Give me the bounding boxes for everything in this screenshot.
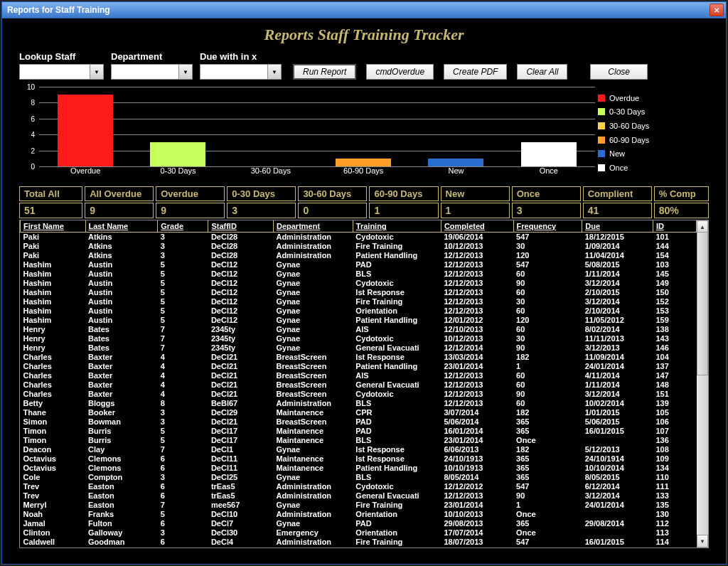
column-header[interactable]: ID <box>653 220 696 233</box>
table-row[interactable]: HashimAustin5DeCl12GynaeBLS12/12/2013601… <box>21 269 697 279</box>
table-row[interactable]: HashimAustin5DeCl12GynaePAD12/12/2013547… <box>21 260 697 269</box>
column-header[interactable]: Department <box>273 220 353 233</box>
table-cell: 60 <box>513 306 582 316</box>
table-row[interactable]: JamalFulton6DeCl7GynaePAD29/08/201336529… <box>21 519 697 528</box>
clear-all-button[interactable]: Clear All <box>517 64 567 80</box>
table-row[interactable]: PakiAtkins3DeCl28AdministrationPatient H… <box>21 251 697 260</box>
due-within-input[interactable] <box>200 64 268 80</box>
table-cell: Administration <box>273 251 353 260</box>
summary-header: Total All <box>19 186 82 201</box>
chevron-down-icon[interactable]: ▼ <box>179 64 193 80</box>
summary-header: New <box>441 186 510 201</box>
table-cell: 365 <box>513 417 582 427</box>
table-cell: 5 <box>158 510 208 519</box>
lookup-staff-input[interactable] <box>19 64 90 80</box>
table-row[interactable]: OctaviusClemons6DeCl11MaintanenceIst Res… <box>21 454 697 464</box>
table-cell: 153 <box>653 306 696 316</box>
table-row[interactable]: CaldwellGoodman6DeCl4AdministrationFire … <box>21 538 697 547</box>
scroll-down-icon[interactable]: ▼ <box>697 535 708 548</box>
department-combo[interactable]: ▼ <box>111 64 193 80</box>
table-row[interactable]: HenryBates72345tyGynaeGeneral Evacuati12… <box>21 343 697 353</box>
table-cell: 60 <box>513 399 582 408</box>
table-row[interactable]: CharlesBaxter4DeCl21BreastScreenPatient … <box>21 362 697 371</box>
column-header[interactable]: Frequency <box>513 220 582 233</box>
table-row[interactable]: TrevEaston6trEas5AdministrationCydotoxic… <box>21 482 697 491</box>
table-cell: 3/12/2014 <box>582 491 653 501</box>
table-row[interactable]: CharlesBaxter4DeCl21BreastScreenCydotoxi… <box>21 390 697 399</box>
table-row[interactable]: DeaconClay7DeCl1GynaeIst Response6/06/20… <box>21 445 697 454</box>
summary-header: 0-30 Days <box>227 186 296 201</box>
table-row[interactable]: HashimAustin5DeCl12GynaeOrientation12/12… <box>21 306 697 316</box>
table-row[interactable]: HenryBates72345tyGynaeCydotoxic10/12/201… <box>21 334 697 343</box>
table-cell: 12/12/2013 <box>441 380 513 390</box>
table-cell: Orientation <box>353 528 441 538</box>
table-cell: 4 <box>158 371 208 380</box>
table-row[interactable]: HashimAustin5DeCl12GynaeFire Training12/… <box>21 297 697 306</box>
table-row[interactable]: CharlesBaxter4DeCl21BreastScreenAlS12/12… <box>21 371 697 380</box>
table-cell: 20/06/2013 <box>441 547 513 548</box>
column-header[interactable]: Last Name <box>85 220 158 233</box>
table-cell: DeCl17 <box>208 436 274 445</box>
table-row[interactable]: ColeCompton3DeCl25GynaeBLS8/05/20143658/… <box>21 473 697 482</box>
table-row[interactable]: ThaneBooker3DeCl29MaintanenceCPR3/07/201… <box>21 408 697 417</box>
column-header[interactable]: StaffID <box>208 220 274 233</box>
table-row[interactable]: CharlesBaxter4DeCl21BreastScreenGeneral … <box>21 380 697 390</box>
table-cell: 365 <box>513 427 582 436</box>
table-cell: 11/04/2014 <box>582 251 653 260</box>
column-header[interactable]: Due <box>582 220 653 233</box>
table-cell: Patient Handling <box>353 362 441 371</box>
due-within-combo[interactable]: ▼ <box>200 64 282 80</box>
table-row[interactable]: HashimAustin5DeCl12GynaePatient Handling… <box>21 316 697 325</box>
chevron-down-icon[interactable]: ▼ <box>268 64 282 80</box>
table-row[interactable]: CharlesBaxter4DeCl21BreastScreenIst Resp… <box>21 353 697 362</box>
table-row[interactable]: PakiAtkins3DeCl28AdministrationCydotoxic… <box>21 233 697 242</box>
column-header[interactable]: Completed <box>441 220 513 233</box>
table-cell: Cole <box>21 473 86 482</box>
close-icon[interactable]: ✕ <box>710 4 724 16</box>
table-row[interactable]: NoahFranks5DeCl10AdministrationOrientati… <box>21 510 697 519</box>
legend-swatch <box>598 122 605 129</box>
table-cell: 3 <box>158 528 208 538</box>
table-row[interactable]: HashimAustin5DeCl12GynaeIst Response12/1… <box>21 288 697 297</box>
table-row[interactable]: SimonBowman3DeCl21BreastScreenPAD5/06/20… <box>21 417 697 427</box>
table-row[interactable]: TimonBurris5DeCl17MaintanencePAD16/01/20… <box>21 427 697 436</box>
table-cell: BreastScreen <box>273 353 353 362</box>
create-pdf-button[interactable]: Create PDF <box>444 64 507 80</box>
table-row[interactable]: HenryBates72345tyGynaeAlS12/10/2013608/0… <box>21 325 697 334</box>
column-header[interactable]: First Name <box>21 220 86 233</box>
table-cell: mee567 <box>208 501 274 510</box>
table-row[interactable]: ClintonGalloway3DeCl30EmergencyOrientati… <box>21 528 697 538</box>
vertical-scrollbar[interactable]: ▲ ▼ <box>697 220 708 548</box>
table-cell: Bates <box>85 334 158 343</box>
table-cell: General Evacuati <box>353 491 441 501</box>
close-button[interactable]: Close <box>590 64 648 80</box>
chevron-down-icon[interactable]: ▼ <box>90 64 104 80</box>
table-row[interactable]: OctaviusClemons6DeCl11MaintanencePatient… <box>21 464 697 473</box>
column-header[interactable]: Training <box>353 220 441 233</box>
table-row[interactable]: BettyBloggs8BeBl67AdministrationBLS12/12… <box>21 399 697 408</box>
table-cell: Bowman <box>85 417 158 427</box>
table-cell: 10/12/2013 <box>441 334 513 343</box>
table-cell: Administration <box>273 482 353 491</box>
table-cell: BreastScreen <box>273 380 353 390</box>
table-row[interactable]: TimonBurris5DeCl17MaintanenceBLS23/01/20… <box>21 436 697 445</box>
table-cell: trEas5 <box>208 482 274 491</box>
table-row[interactable]: HashimAustin5DeCl12GynaeCydotoxic12/12/2… <box>21 279 697 288</box>
legend-item: Overdue <box>598 94 690 102</box>
lookup-staff-combo[interactable]: ▼ <box>19 64 104 80</box>
results-table: First NameLast NameGradeStaffIDDepartmen… <box>19 220 709 548</box>
summary-value: 0 <box>298 203 367 218</box>
table-row[interactable]: GiacomoGuzman5DeCl2OutpatientsGeneral Ev… <box>21 547 697 548</box>
table-row[interactable]: PakiAtkins3DeCl28AdministrationFire Trai… <box>21 242 697 251</box>
legend-swatch <box>598 108 605 115</box>
legend-swatch <box>598 150 605 157</box>
scroll-thumb[interactable] <box>697 232 708 375</box>
run-report-button[interactable]: Run Report <box>293 64 356 80</box>
department-input[interactable] <box>111 64 179 80</box>
table-row[interactable]: MerrylEaston7mee567GynaeFire Training23/… <box>21 501 697 510</box>
table-cell: Guzman <box>85 547 158 548</box>
cmd-overdue-button[interactable]: cmdOverdue <box>366 64 434 80</box>
column-header[interactable]: Grade <box>158 220 208 233</box>
table-cell: 6 <box>158 464 208 473</box>
table-row[interactable]: TrevEaston6trEas5AdministrationGeneral E… <box>21 491 697 501</box>
